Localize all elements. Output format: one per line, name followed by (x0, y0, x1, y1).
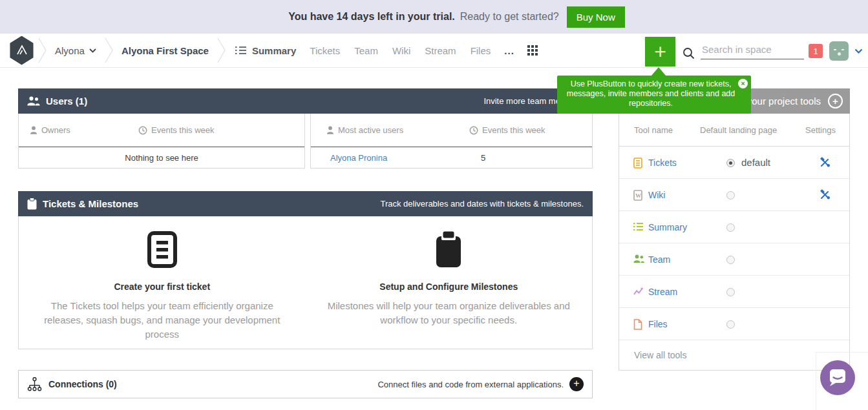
user-menu-chevron-icon[interactable] (854, 48, 863, 54)
users-panel-header: Users (1) Invite more team members (18, 88, 593, 114)
tooltip-close-icon[interactable]: × (738, 79, 748, 88)
tool-link-files[interactable]: Files (648, 319, 668, 329)
trial-prompt-text: Ready to get started? (460, 11, 559, 23)
tickets-default-label: default (741, 157, 770, 168)
breadcrumb-org[interactable]: Alyona (50, 45, 101, 56)
active-users-column-header: Most active users (326, 114, 403, 147)
tool-row-tickets: Tickets default (619, 147, 849, 179)
breadcrumb-separator-icon (217, 36, 226, 65)
apps-grid-icon[interactable] (527, 45, 538, 56)
clipboard-icon (27, 198, 37, 210)
create-ticket-description: The Tickets tool helps your team efficie… (39, 299, 286, 342)
project-tools-panel: Configure your project tools + Tool name… (619, 88, 850, 371)
tabs-more-menu[interactable]: ... (504, 45, 514, 56)
tickets-milestones-header: Tickets & Milestones Track deliverables … (18, 191, 593, 216)
tab-stream[interactable]: Stream (425, 45, 456, 56)
tool-row-stream: Stream (619, 276, 849, 308)
buy-now-button[interactable]: Buy Now (567, 6, 625, 28)
trial-days-left-text: You have 14 days left in your trial. (288, 11, 455, 23)
tooltip-arrow (651, 67, 666, 76)
milestones-block: Setup and Configure Milestones Milestone… (306, 216, 593, 349)
search-icon[interactable] (683, 47, 695, 59)
tools-footer: View all tools (619, 340, 849, 370)
tickets-milestones-title: Tickets & Milestones (43, 198, 138, 209)
stream-tool-icon (633, 287, 644, 296)
trial-banner: You have 14 days left in your trial. Rea… (0, 0, 868, 34)
active-events-column-header: Events this week (469, 114, 545, 147)
tool-link-wiki[interactable]: Wiki (648, 190, 665, 200)
milestones-heading: Setup and Configure Milestones (306, 282, 593, 292)
tool-link-stream[interactable]: Stream (648, 287, 677, 297)
files-default-radio[interactable] (726, 320, 735, 329)
add-tool-button[interactable]: + (828, 94, 843, 108)
tab-team[interactable]: Team (354, 45, 378, 56)
users-panel-title: Users (1) (46, 96, 87, 107)
ticket-document-icon (147, 231, 178, 268)
plus-button-tooltip: Use PlusButton to quickly create new tic… (557, 76, 751, 114)
tool-link-tickets[interactable]: Tickets (648, 158, 677, 168)
tickets-settings-icon[interactable] (820, 157, 831, 168)
files-tool-icon (633, 319, 642, 330)
person-icon (326, 126, 334, 134)
active-user-link[interactable]: Alyona Pronina (330, 153, 387, 163)
summary-default-radio[interactable] (726, 223, 735, 232)
col-settings: Settings (805, 114, 836, 147)
wiki-settings-icon[interactable] (820, 189, 831, 200)
breadcrumb-separator-icon (104, 36, 114, 65)
tools-table-column-headers: Tool name Default landing page Settings (619, 114, 849, 147)
create-ticket-heading: Create your first ticket (19, 282, 306, 292)
summary-tool-icon (633, 222, 643, 231)
tickets-default-radio[interactable] (726, 159, 735, 167)
owners-events-column-header: Events this week (138, 114, 215, 147)
tool-link-summary[interactable]: Summary (648, 222, 687, 232)
tool-link-team[interactable]: Team (648, 254, 670, 265)
view-all-tools-link[interactable]: View all tools (634, 340, 686, 370)
create-plus-button[interactable]: + (645, 37, 675, 67)
tickets-milestones-panel: Tickets & Milestones Track deliverables … (18, 191, 593, 349)
assembla-logo[interactable] (8, 36, 35, 65)
connections-subtitle: Connect files and code from external app… (377, 380, 564, 389)
connections-title: Connections (0) (48, 379, 117, 389)
space-search (683, 43, 804, 59)
top-navbar: Alyona Alyona First Space (0, 34, 868, 68)
clock-icon (138, 126, 147, 135)
tickets-tool-icon (633, 158, 642, 169)
org-name: Alyona (55, 45, 85, 56)
breadcrumb-separator-icon (37, 36, 47, 65)
tools-table: Tool name Default landing page Settings … (619, 114, 850, 371)
tab-summary-active[interactable]: Summary (235, 45, 296, 56)
person-icon (30, 126, 37, 134)
assembla-space-summary-page: You have 14 days left in your trial. Rea… (0, 0, 868, 410)
owners-table: Owners Events this week Nothing to see h… (18, 114, 305, 169)
tab-tickets[interactable]: Tickets (310, 45, 340, 56)
tickets-milestones-subtitle: Track deliverables and dates with ticket… (380, 199, 584, 209)
users-panel: Users (1) Invite more team members Owner… (18, 88, 593, 169)
clock-icon (469, 126, 478, 135)
col-tool-name: Tool name (634, 114, 673, 147)
wiki-default-radio[interactable] (726, 191, 735, 200)
chat-widget-button[interactable] (820, 360, 855, 395)
space-name: Alyona First Space (122, 45, 209, 56)
add-connection-button[interactable]: + (569, 377, 584, 391)
users-icon (27, 96, 40, 106)
milestones-description: Milestones will help your team organize … (325, 299, 572, 327)
chat-bubble-icon (820, 360, 855, 395)
active-user-events-count: 5 (481, 153, 485, 163)
tool-row-summary: Summary (619, 211, 849, 243)
tooltip-text: Use PlusButton to quickly create new tic… (567, 79, 736, 108)
stream-default-radio[interactable] (726, 288, 735, 296)
tool-row-team: Team (619, 243, 849, 276)
connections-panel: Connections (0) Connect files and code f… (18, 370, 593, 398)
owners-column-header: Owners (30, 114, 70, 147)
summary-list-icon (235, 46, 246, 55)
create-ticket-block: Create your first ticket The Tickets too… (19, 216, 306, 349)
notification-badge[interactable]: 1 (809, 44, 823, 58)
team-default-radio[interactable] (726, 256, 735, 264)
breadcrumb-space[interactable]: Alyona First Space (116, 45, 214, 56)
tab-files[interactable]: Files (471, 45, 491, 56)
user-avatar[interactable] (829, 41, 849, 61)
tab-wiki[interactable]: Wiki (392, 45, 410, 56)
chevron-down-icon (89, 48, 96, 53)
col-default-landing: Default landing page (700, 114, 777, 147)
search-input[interactable] (701, 43, 804, 59)
